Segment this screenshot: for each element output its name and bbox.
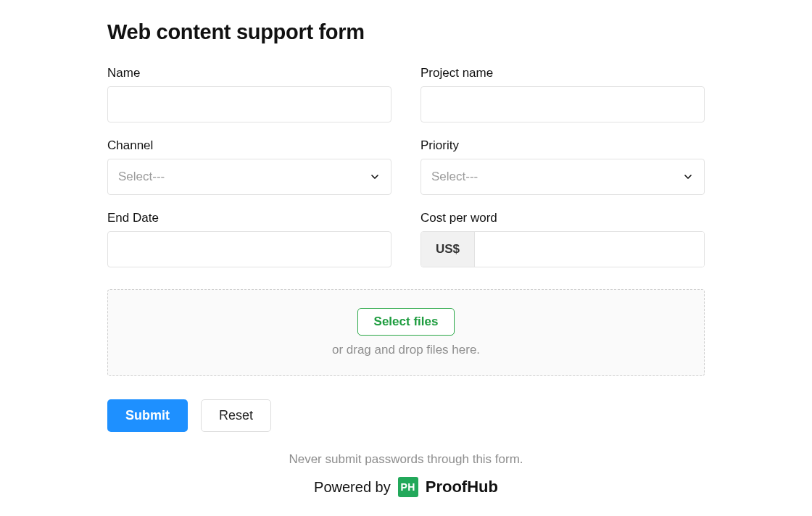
dropzone-hint: or drag and drop files here. bbox=[332, 343, 480, 357]
field-name: Name bbox=[107, 66, 392, 122]
input-cost-per-word[interactable] bbox=[475, 232, 704, 267]
field-channel: Channel Select--- bbox=[107, 138, 392, 195]
file-dropzone[interactable]: Select files or drag and drop files here… bbox=[107, 289, 705, 376]
form-actions: Submit Reset bbox=[107, 399, 705, 432]
label-end-date: End Date bbox=[107, 211, 392, 225]
password-warning: Never submit passwords through this form… bbox=[107, 452, 705, 467]
chevron-down-icon bbox=[369, 171, 381, 183]
select-priority-placeholder: Select--- bbox=[431, 170, 478, 184]
select-channel-placeholder: Select--- bbox=[118, 170, 165, 184]
field-project-name: Project name bbox=[420, 66, 705, 122]
powered-by: Powered by PH ProofHub bbox=[107, 477, 705, 497]
label-channel: Channel bbox=[107, 138, 392, 153]
input-project-name[interactable] bbox=[420, 86, 705, 122]
select-channel[interactable]: Select--- bbox=[107, 159, 392, 195]
submit-button[interactable]: Submit bbox=[107, 399, 188, 432]
page-title: Web content support form bbox=[107, 20, 705, 44]
field-priority: Priority Select--- bbox=[420, 138, 705, 195]
proofhub-logo-icon: PH bbox=[398, 477, 418, 497]
form-grid: Name Project name Channel Select--- Prio… bbox=[107, 66, 705, 267]
reset-button[interactable]: Reset bbox=[201, 399, 271, 432]
label-project-name: Project name bbox=[420, 66, 705, 80]
select-priority[interactable]: Select--- bbox=[420, 159, 705, 195]
label-priority: Priority bbox=[420, 138, 705, 153]
field-end-date: End Date bbox=[107, 211, 392, 267]
label-name: Name bbox=[107, 66, 392, 80]
field-cost-per-word: Cost per word US$ bbox=[420, 211, 705, 267]
form-container: Web content support form Name Project na… bbox=[0, 0, 812, 497]
input-name[interactable] bbox=[107, 86, 392, 122]
input-end-date[interactable] bbox=[107, 231, 392, 267]
powered-by-label: Powered by bbox=[314, 479, 391, 496]
proofhub-brand-name: ProofHub bbox=[426, 478, 498, 496]
label-cost-per-word: Cost per word bbox=[420, 211, 705, 225]
currency-prefix: US$ bbox=[421, 232, 475, 267]
chevron-down-icon bbox=[682, 171, 694, 183]
currency-input-wrap: US$ bbox=[420, 231, 705, 267]
select-files-button[interactable]: Select files bbox=[357, 308, 455, 336]
